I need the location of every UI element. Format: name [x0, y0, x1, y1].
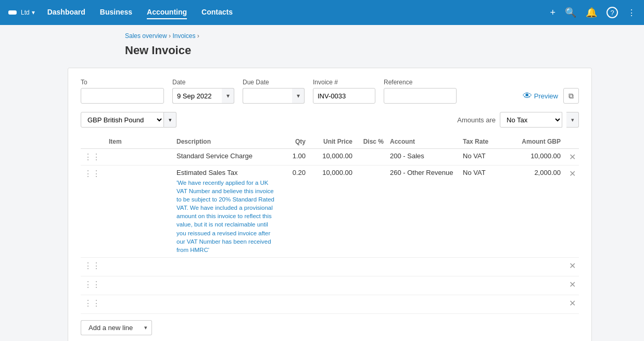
- cell-unit-price: [309, 257, 356, 276]
- cell-unit-price: [309, 295, 356, 313]
- nav-dashboard[interactable]: Dashboard: [47, 6, 85, 19]
- date-field-group: Date ▾: [172, 79, 234, 104]
- cell-item: [106, 149, 173, 166]
- col-header-account: Account: [387, 135, 460, 149]
- remove-row-button[interactable]: ✕: [567, 261, 576, 270]
- cell-disc: [356, 149, 387, 166]
- reference-field-group: Reference: [384, 79, 457, 104]
- to-field-group: To: [81, 79, 164, 104]
- cell-amount: [512, 276, 564, 295]
- cell-qty: [277, 276, 309, 295]
- cell-item: [106, 276, 173, 295]
- amounts-are-dropdown-arrow[interactable]: ▾: [566, 112, 579, 128]
- due-date-calendar-button[interactable]: ▾: [292, 88, 305, 104]
- cell-account: 260 - Other Revenue: [387, 166, 460, 258]
- reference-input[interactable]: [384, 88, 457, 104]
- description-text: Standard Service Charge: [176, 152, 252, 160]
- cell-description: [173, 257, 277, 276]
- date-calendar-button[interactable]: ▾: [222, 88, 234, 104]
- invoice-num-input[interactable]: [313, 88, 375, 104]
- cell-qty: 1.00: [277, 149, 309, 166]
- table-row: ⋮⋮ Estimated Sales Tax 'We have recently…: [81, 166, 579, 258]
- due-date-input[interactable]: [243, 88, 292, 104]
- nav-contacts[interactable]: Contacts: [201, 6, 233, 19]
- top-navigation: Ltd ▾ Dashboard Business Accounting Cont…: [0, 0, 644, 25]
- cell-amount: [512, 257, 564, 276]
- remove-row-button[interactable]: ✕: [567, 280, 576, 289]
- cell-qty: 0.20: [277, 166, 309, 258]
- drag-handle[interactable]: ⋮⋮: [84, 153, 103, 161]
- col-header-tax-rate: Tax Rate: [460, 135, 512, 149]
- col-header-drag: [81, 135, 106, 149]
- remove-row-button[interactable]: ✕: [567, 299, 576, 308]
- copy-button[interactable]: ⧉: [563, 88, 579, 104]
- amounts-are-select[interactable]: No Tax Tax Exclusive Tax Inclusive: [500, 112, 562, 128]
- cell-account: 200 - Sales: [387, 149, 460, 166]
- to-input[interactable]: [81, 88, 164, 104]
- currency-dropdown-arrow[interactable]: ▾: [164, 112, 176, 128]
- invoice-form-row: To Date ▾ Due Date ▾ Invoice # Reference: [81, 79, 579, 104]
- add-new-line-button[interactable]: Add a new line: [81, 320, 140, 335]
- remove-row-button[interactable]: ✕: [567, 153, 576, 161]
- to-label: To: [81, 79, 164, 86]
- company-dropdown[interactable]: Ltd ▾: [21, 9, 35, 16]
- table-row: ⋮⋮ ✕: [81, 295, 579, 313]
- cell-account: [387, 295, 460, 313]
- table-row: ⋮⋮ ✕: [81, 257, 579, 276]
- col-header-qty: Qty: [277, 135, 309, 149]
- cell-account: [387, 276, 460, 295]
- cell-description: Standard Service Charge: [173, 149, 277, 166]
- bell-icon[interactable]: 🔔: [586, 7, 597, 18]
- preview-link[interactable]: 👁 Preview: [523, 91, 558, 102]
- date-input[interactable]: [172, 88, 222, 104]
- nav-business[interactable]: Business: [100, 6, 132, 19]
- help-icon[interactable]: ?: [607, 7, 618, 18]
- invoice-num-label: Invoice #: [313, 79, 375, 86]
- col-header-disc: Disc %: [356, 135, 387, 149]
- cell-qty: [277, 257, 309, 276]
- search-icon[interactable]: 🔍: [565, 7, 576, 18]
- cell-unit-price: 10,000.00: [309, 149, 356, 166]
- drag-handle[interactable]: ⋮⋮: [84, 169, 103, 178]
- add-icon[interactable]: +: [550, 7, 555, 18]
- preview-eye-icon: 👁: [523, 91, 532, 102]
- cell-amount: 10,000.00: [512, 149, 564, 166]
- cell-item: [106, 295, 173, 313]
- invoice-table: Item Description Qty Unit Price Disc % A…: [81, 135, 579, 314]
- table-row: ⋮⋮ Standard Service Charge 1.00 10,000.0…: [81, 149, 579, 166]
- row-note: 'We have recently applied for a UK VAT N…: [176, 179, 274, 254]
- drag-handle[interactable]: ⋮⋮: [84, 280, 103, 289]
- due-date-label: Due Date: [243, 79, 305, 86]
- brand-logo: [8, 10, 17, 15]
- breadcrumb-invoices[interactable]: Invoices: [172, 32, 195, 40]
- currency-select-group: GBP British Pound USD US Dollar EUR Euro…: [81, 112, 176, 128]
- cell-disc: [356, 295, 387, 313]
- drag-handle[interactable]: ⋮⋮: [84, 261, 103, 270]
- invoice-number-field-group: Invoice #: [313, 79, 375, 104]
- cell-qty: [277, 295, 309, 313]
- nav-actions: + 🔍 🔔 ? ⋮: [550, 7, 636, 18]
- grid-icon[interactable]: ⋮: [627, 8, 636, 18]
- breadcrumb-sales-overview[interactable]: Sales overview: [125, 32, 167, 40]
- page-title: New Invoice: [0, 42, 644, 68]
- currency-select[interactable]: GBP British Pound USD US Dollar EUR Euro: [81, 112, 164, 128]
- col-header-unit-price: Unit Price: [309, 135, 356, 149]
- remove-row-button[interactable]: ✕: [567, 169, 576, 178]
- col-header-description: Description: [173, 135, 277, 149]
- preview-actions: 👁 Preview ⧉: [523, 88, 579, 104]
- nav-accounting[interactable]: Accounting: [147, 6, 187, 19]
- cell-disc: [356, 166, 387, 258]
- add-line-dropdown-button[interactable]: ▾: [140, 320, 152, 335]
- drag-handle[interactable]: ⋮⋮: [84, 299, 103, 308]
- company-dropdown-arrow: ▾: [32, 9, 35, 16]
- cell-tax-rate: [460, 295, 512, 313]
- cell-description: Estimated Sales Tax 'We have recently ap…: [173, 166, 277, 258]
- cell-description: [173, 276, 277, 295]
- invoice-card: To Date ▾ Due Date ▾ Invoice # Reference: [68, 68, 592, 341]
- cell-item: [106, 257, 173, 276]
- reference-label: Reference: [384, 79, 457, 86]
- breadcrumb-sep2: ›: [197, 32, 199, 40]
- copy-icon: ⧉: [569, 92, 574, 100]
- col-header-remove: [564, 135, 579, 149]
- col-header-amount: Amount GBP: [512, 135, 564, 149]
